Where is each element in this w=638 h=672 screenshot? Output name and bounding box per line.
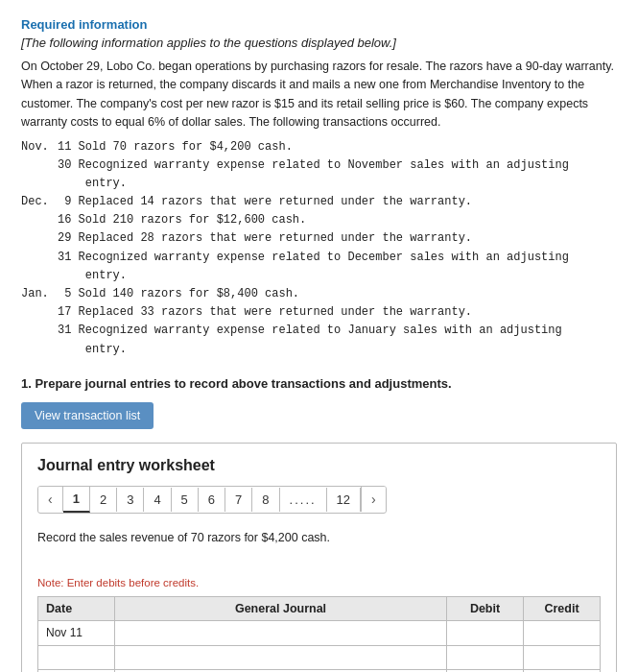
question-label: 1. Prepare journal entries to record abo… [21,376,617,391]
page-7[interactable]: 7 [225,488,252,512]
jan-label: Jan. [21,285,58,303]
italic-note: [The following information applies to th… [21,36,617,50]
date-cell-2 [38,645,115,669]
page-next-arrow[interactable]: › [361,487,386,512]
page-2[interactable]: 2 [90,488,117,512]
page-3[interactable]: 3 [117,488,144,512]
credit-cell-2[interactable] [524,645,601,669]
journal-input-2[interactable] [123,651,438,664]
page-5[interactable]: 5 [172,488,199,512]
page-12[interactable]: 12 [327,488,361,512]
credit-input-1[interactable] [532,626,592,639]
view-transaction-list-button[interactable]: View transaction list [21,402,154,429]
journal-cell-1[interactable] [115,620,447,645]
page-4[interactable]: 4 [144,488,171,512]
pagination-row: ‹ 1 2 3 4 5 6 7 8 ..... 12 › [37,486,387,514]
page-dots: ..... [280,488,327,512]
jan-entries: 5 Sold 140 razors for $8,400 cash. 17 Re… [58,285,562,359]
header-credit: Credit [524,596,601,620]
credit-input-2[interactable] [532,651,592,664]
nov-label: Nov. [21,138,58,156]
worksheet-box: Journal entry worksheet ‹ 1 2 3 4 5 6 7 … [21,443,617,672]
page-1[interactable]: 1 [63,487,90,513]
header-general-journal: General Journal [115,596,447,620]
journal-input-1[interactable] [123,626,438,639]
page-prev-arrow[interactable]: ‹ [38,487,63,512]
debit-input-1[interactable] [455,626,515,639]
page-8[interactable]: 8 [252,488,279,512]
transactions-block: Nov. 11 Sold 70 razors for $4,200 cash. … [21,138,617,359]
dec-entries: 9 Replaced 14 razors that were returned … [58,193,569,285]
page-6[interactable]: 6 [199,488,225,512]
nov-entries: 11 Sold 70 razors for $4,200 cash. 30 Re… [58,138,569,194]
dec-label: Dec. [21,193,58,211]
debit-cell-1[interactable] [447,620,524,645]
table-row: Nov 11 [38,620,601,645]
required-info-label: Required information [21,17,617,32]
table-row [38,645,601,669]
journal-cell-2[interactable] [115,645,447,669]
worksheet-title: Journal entry worksheet [37,457,601,474]
debit-input-2[interactable] [455,651,515,664]
record-text: Record the sales revenue of 70 razors fo… [37,527,601,548]
debit-cell-2[interactable] [447,645,524,669]
body-paragraph: On October 29, Lobo Co. began operations… [21,58,617,132]
journal-table: Date General Journal Debit Credit Nov 11 [37,596,601,672]
header-date: Date [38,596,115,620]
header-debit: Debit [447,596,524,620]
credit-cell-1[interactable] [524,620,601,645]
date-cell-1: Nov 11 [38,620,115,645]
note-text: Note: Enter debits before credits. [37,577,601,588]
